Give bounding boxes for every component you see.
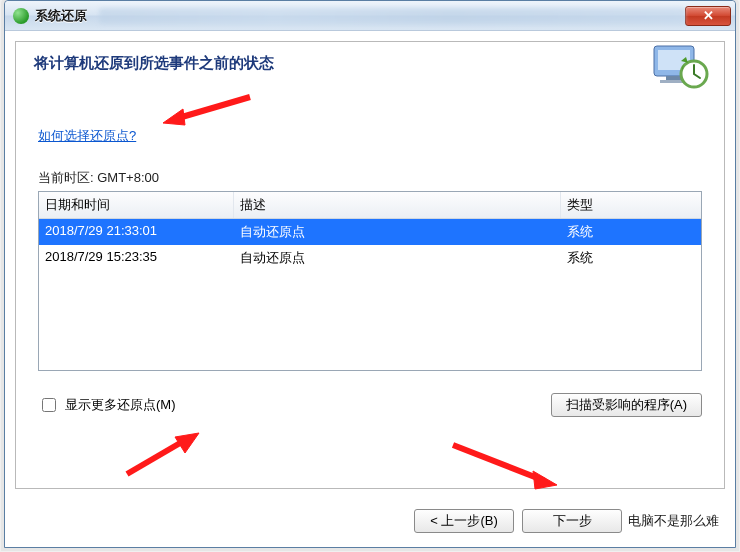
close-icon: ✕ [703, 8, 714, 23]
titlebar[interactable]: 系统还原 ✕ [5, 1, 735, 31]
next-button-label: 下一步 [553, 512, 592, 530]
wizard-nav: < 上一步(B) 下一步 电脑不是那么难 [414, 509, 719, 533]
titlebar-blur [99, 8, 685, 24]
below-table-row: 显示更多还原点(M) 扫描受影响的程序(A) [38, 393, 702, 417]
next-button[interactable]: 下一步 [522, 509, 622, 533]
overlay-caption: 电脑不是那么难 [628, 512, 719, 530]
scan-affected-programs-button[interactable]: 扫描受影响的程序(A) [551, 393, 702, 417]
cell-type: 系统 [561, 219, 701, 245]
cell-description: 自动还原点 [234, 219, 561, 245]
svg-rect-2 [666, 76, 682, 80]
show-more-checkbox-input[interactable] [42, 398, 56, 412]
column-header-description[interactable]: 描述 [234, 192, 561, 218]
show-more-restore-points-checkbox[interactable]: 显示更多还原点(M) [38, 395, 176, 415]
timezone-label: 当前时区: GMT+8:00 [38, 169, 724, 187]
cell-datetime: 2018/7/29 21:33:01 [39, 219, 234, 245]
show-more-label: 显示更多还原点(M) [65, 396, 176, 414]
column-header-datetime[interactable]: 日期和时间 [39, 192, 234, 218]
cell-description: 自动还原点 [234, 245, 561, 271]
table-body: 2018/7/29 21:33:01自动还原点系统2018/7/29 15:23… [39, 219, 701, 271]
system-restore-window: 系统还原 ✕ 将计算机还原到所选事件之前的状态 如何选择还原点? 当前时区: G… [4, 0, 736, 548]
cell-datetime: 2018/7/29 15:23:35 [39, 245, 234, 271]
table-header-row[interactable]: 日期和时间 描述 类型 [39, 192, 701, 219]
help-link-choose-restore-point[interactable]: 如何选择还原点? [38, 127, 136, 145]
close-button[interactable]: ✕ [685, 6, 731, 26]
restore-points-table[interactable]: 日期和时间 描述 类型 2018/7/29 21:33:01自动还原点系统201… [38, 191, 702, 371]
system-restore-icon [648, 40, 712, 96]
window-title: 系统还原 [35, 7, 87, 25]
table-row[interactable]: 2018/7/29 15:23:35自动还原点系统 [39, 245, 701, 271]
page-title: 将计算机还原到所选事件之前的状态 [34, 54, 706, 73]
cell-type: 系统 [561, 245, 701, 271]
back-button[interactable]: < 上一步(B) [414, 509, 514, 533]
wizard-panel: 将计算机还原到所选事件之前的状态 如何选择还原点? 当前时区: GMT+8:00… [15, 41, 725, 489]
table-row[interactable]: 2018/7/29 21:33:01自动还原点系统 [39, 219, 701, 245]
panel-header: 将计算机还原到所选事件之前的状态 [16, 42, 724, 73]
app-icon [13, 8, 29, 24]
column-header-type[interactable]: 类型 [561, 192, 701, 218]
